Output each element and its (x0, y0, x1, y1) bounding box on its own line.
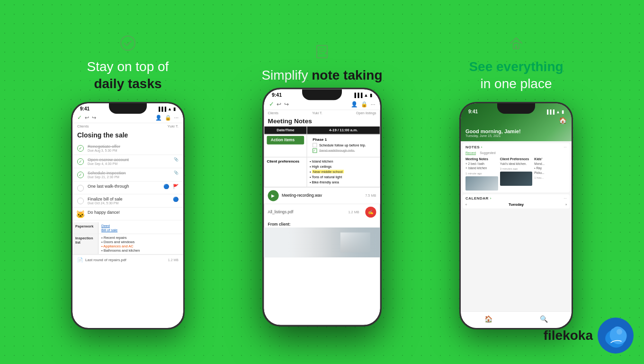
flag-icon: 🚩 (173, 184, 179, 189)
checkbox-1 (313, 143, 317, 147)
dashboard-caption: See everything in one place (469, 35, 563, 93)
note-card-1: Meeting Notes + 2 bed / bath+ Island kit… (465, 157, 498, 190)
redo-icon-2[interactable]: ↪ (284, 101, 288, 108)
attach-icon: 📎 (174, 157, 179, 162)
pdf-icon: 📄 (77, 257, 83, 263)
priority-dot: 🔵 (163, 184, 169, 189)
svg-rect-6 (515, 46, 517, 49)
notes-caption-text: Simplify note taking (261, 67, 382, 84)
home-icon (469, 35, 563, 54)
dash-greeting-block: Good morning, Jamie! Tuesday, June 15, 2… (465, 128, 521, 137)
watermark-logo (597, 317, 635, 355)
undo-icon-2[interactable]: ↩ (277, 101, 281, 108)
priority-dot-2: 🔵 (173, 197, 179, 202)
col-datetime: Date/Time (264, 127, 307, 135)
wifi-icon-dash: ▲ (556, 109, 560, 114)
note-card-3: Kids' Mond...• RayPicku... 1 hou... (534, 157, 567, 190)
tasks-doc-title: Closing the sale (72, 129, 183, 142)
tasks-toolbar: ✓ ↩ ↪ 👤 🔒 ··· (72, 112, 183, 123)
tasks-phone: 9:41 ▐▐▐ ▲ ▮ ✓ ↩ ↪ 👤 (71, 102, 185, 329)
calendar-section: CALENDAR › ··· ‹ Tuesday › (463, 194, 570, 209)
play-button[interactable]: ▶ (268, 190, 279, 201)
checkbox-2: ✓ (313, 148, 317, 153)
notes-section: NOTES › ··· Recent Suggested Meeting Not… (463, 143, 570, 192)
action-items-label: Action Items (267, 136, 304, 145)
from-client-label: From client: (264, 220, 380, 228)
task-item-6: 🐱 Do happy dance! (72, 208, 183, 220)
person-icon[interactable]: 👤 (155, 115, 162, 121)
dash-home-icon: 🏠 (559, 117, 567, 124)
table-row-paperwork: Paperwork Deed Bill of sale (72, 222, 183, 234)
wifi-icon: ▲ (168, 107, 172, 111)
more-icon-2[interactable]: ··· (371, 101, 376, 108)
check-icon[interactable]: ✓ (77, 114, 82, 121)
lock-icon-2[interactable]: 🔒 (361, 101, 368, 108)
notes-cards: Meeting Notes + 2 bed / bath+ Island kit… (465, 157, 567, 190)
task-item-3: ✓ Schedule inspection Due Sep 21, 2:30 P… (72, 168, 183, 182)
tasks-table: Paperwork Deed Bill of sale Inspection l… (72, 222, 183, 255)
action-items-cell: Action Items (264, 134, 307, 157)
svg-point-9 (617, 329, 622, 335)
more-dots-cal[interactable]: ··· (564, 196, 567, 200)
status-bar-tasks: 9:41 ▐▐▐ ▲ ▮ (72, 103, 183, 112)
status-bar-dash: 9:41 ▐▐▐ ▲ ▮ (461, 106, 572, 115)
task-item-5: Finalize bill of sale Due Oct 24, 5:30 P… (72, 194, 183, 208)
notes-tabs: Recent Suggested (465, 151, 567, 155)
attach-icon-2: 📎 (174, 171, 179, 175)
notes-toolbar: ✓ ↩ ↪ 👤 🔒 ··· (264, 99, 380, 110)
col-time-val: 4-19 / 11:00 a.m. (307, 127, 380, 135)
signal-icon: ▐▐▐ (353, 92, 362, 98)
note-card-2: Client Preferences Yuki's ideal kitchen.… (500, 157, 533, 190)
check-icon-2[interactable]: ✓ (269, 100, 274, 108)
task-circle-empty (77, 185, 84, 191)
table-row-inspection: Inspection list • Recent repairs • Doors… (72, 234, 183, 255)
cal-next[interactable]: › (565, 202, 567, 207)
signal-icon-dash: ▐▐▐ (546, 109, 555, 114)
dashboard-caption-text: See everything in one place (469, 58, 563, 93)
notes-doc-title: Meeting Notes (264, 116, 380, 126)
task-circle-empty-3: 🐱 (77, 211, 84, 218)
notes-phone: 9:41 ▐▐▐ ▲ ▮ ✓ ↩ ↪ 👤 (262, 88, 382, 327)
more-dots-icon[interactable]: ··· (564, 145, 567, 149)
svg-point-0 (121, 36, 135, 50)
notes-panel: Simplify note taking 9:41 ▐▐▐ ▲ ▮ (232, 43, 412, 321)
tasks-panel: Stay on top of daily tasks 9:41 ▐▐▐ ▲ ▮ (38, 35, 218, 330)
note-icon (261, 43, 382, 62)
check-circle-icon (87, 35, 169, 54)
home-nav-icon[interactable]: 🏠 (484, 315, 492, 323)
undo-icon[interactable]: ↩ (85, 115, 89, 121)
sign-icon: ✍ (365, 207, 376, 218)
task-item-1: ✓ Renegotiate offer Due Aug 3, 5:30 PM (72, 142, 183, 155)
lock-icon[interactable]: 🔒 (165, 115, 171, 121)
note-image-1 (465, 176, 498, 191)
watermark-text: filekoka (544, 328, 593, 343)
task-circle-empty-2 (77, 198, 84, 204)
notes-table: Date/Time 4-19 / 11:00 a.m. Action Items… (264, 126, 380, 187)
tasks-breadcrumb: Clients Yuki T. (72, 123, 183, 129)
task-item-2: ✓ Open escrow account Due Sep 4, 4:30 PM… (72, 155, 183, 168)
pdf-attachment: 📄 Last round of repairs.pdf 1.2 MB (72, 255, 183, 265)
status-bar-notes: 9:41 ▐▐▐ ▲ ▮ (264, 89, 380, 99)
tab-suggested[interactable]: Suggested (480, 151, 495, 155)
task-circle-done-2: ✓ (77, 158, 84, 165)
tasks-caption: Stay on top of daily tasks (87, 35, 169, 93)
calendar-header: ‹ Tuesday › (465, 202, 567, 207)
person-icon-2[interactable]: 👤 (351, 101, 358, 108)
redo-icon[interactable]: ↪ (92, 115, 96, 121)
pdf-file-row: All_listings.pdf 1.2 MB ✍ (264, 203, 380, 220)
tasks-caption-text: Stay on top of daily tasks (87, 58, 169, 93)
wifi-icon: ▲ (364, 92, 368, 98)
battery-icon: ▮ (370, 92, 372, 98)
dashboard-phone: 9:41 ▐▐▐ ▲ ▮ Good morning, Jamie! Tuesda… (459, 102, 573, 329)
signal-icon: ▐▐▐ (157, 107, 166, 111)
battery-icon: ▮ (173, 107, 176, 111)
note-image-2 (500, 172, 533, 186)
cal-prev[interactable]: ‹ (465, 202, 467, 207)
notes-breadcrumb: Clients Yuki T. Open listings (264, 110, 380, 116)
dashboard-screen: 9:41 ▐▐▐ ▲ ▮ Good morning, Jamie! Tuesda… (461, 103, 572, 328)
tab-recent[interactable]: Recent (465, 151, 476, 155)
tasks-screen: 9:41 ▐▐▐ ▲ ▮ ✓ ↩ ↪ 👤 (72, 103, 183, 328)
task-circle-done-3: ✓ (77, 172, 84, 178)
more-icon[interactable]: ··· (174, 115, 179, 120)
dashboard-panel: See everything in one place 9:41 ▐▐▐ ▲ ▮ (426, 35, 606, 330)
